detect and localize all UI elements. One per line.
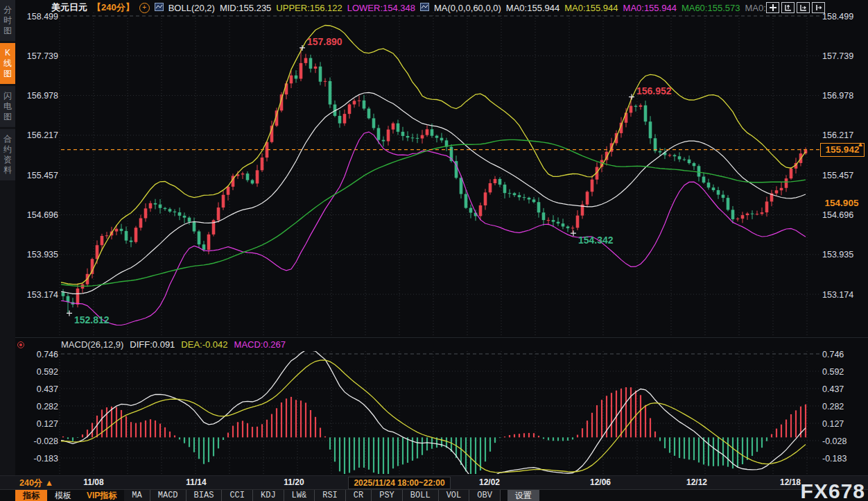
svg-text:156.217: 156.217	[822, 130, 853, 140]
macd-diff-value: DIFF:0.091	[130, 339, 175, 350]
svg-text:-0.028: -0.028	[34, 436, 58, 446]
svg-text:0.127: 0.127	[822, 419, 844, 429]
hovered-candle-time: 2025/11/24 18:00~22:00 一	[348, 477, 451, 489]
date-label: 11/14	[186, 477, 206, 487]
ma-chart-icon[interactable]	[420, 3, 429, 13]
period-label[interactable]: 【240分】	[92, 1, 134, 14]
svg-text:0.592: 0.592	[822, 367, 844, 377]
macd-header: MACD(26,12,9) DIFF:0.091 DEA:-0.042 MACD…	[61, 339, 292, 350]
svg-text:153.935: 153.935	[822, 250, 853, 260]
ma-value: MA0:155.944	[564, 3, 618, 13]
add-indicator-icon[interactable]: +	[139, 3, 150, 13]
candlestick-chart[interactable]: 158.499158.499157.739157.739156.978156.9…	[0, 0, 868, 475]
ma-name: MA(0,0,0,60,0,0)	[434, 3, 501, 13]
ma-value: MA0:155.944	[623, 3, 677, 13]
svg-text:0.746: 0.746	[37, 350, 58, 359]
sidebar-item-合约资料[interactable]: 合约资料	[0, 129, 15, 180]
svg-text:154.342: 154.342	[578, 235, 614, 246]
period-selector[interactable]: 240分 ▲	[19, 477, 53, 489]
indicator-settings-icon[interactable]	[17, 341, 24, 348]
svg-text:157.890: 157.890	[307, 36, 342, 47]
svg-text:153.174: 153.174	[27, 290, 58, 300]
date-label: 12/12	[686, 477, 707, 487]
ma-values: MA0:155.944MA0:155.944MA0:155.944MA60:15…	[506, 3, 771, 13]
sidebar-item-闪电图[interactable]: 闪电图	[0, 86, 15, 127]
toolbar-item-BIAS[interactable]: BIAS	[186, 490, 223, 501]
toolbar-item-BOLL[interactable]: BOLL	[403, 490, 439, 501]
svg-text:0.127: 0.127	[37, 419, 58, 429]
svg-text:0.592: 0.592	[37, 367, 58, 377]
chart-header: 美元日元 【240分】 + BOLL(20,2) MID:155.235 UPP…	[51, 1, 776, 14]
axis-right-icon[interactable]	[797, 2, 810, 13]
svg-text:158.499: 158.499	[822, 12, 853, 22]
toolbar-item-设置[interactable]: 设置	[507, 490, 539, 501]
sidebar-item-分时图[interactable]: 分时图	[0, 0, 15, 41]
svg-text:-0.183: -0.183	[34, 454, 58, 464]
svg-text:154.696: 154.696	[27, 210, 58, 220]
svg-text:155.457: 155.457	[822, 171, 853, 180]
toolbar-item-PSY[interactable]: PSY	[372, 490, 403, 501]
toolbar-item-RSI[interactable]: RSI	[315, 490, 346, 501]
boll-chart-icon[interactable]	[155, 3, 164, 13]
svg-text:156.978: 156.978	[822, 91, 853, 101]
toolbar-item-VOL[interactable]: VOL	[439, 490, 470, 501]
ma-value: MA60:155.573	[682, 3, 740, 13]
toolbar-item-CCI[interactable]: CCI	[222, 490, 253, 501]
svg-text:0.282: 0.282	[37, 402, 58, 411]
date-label: 12/06	[590, 477, 611, 487]
svg-text:0.437: 0.437	[822, 384, 844, 394]
svg-text:157.739: 157.739	[27, 51, 58, 61]
date-label: 11/20	[284, 477, 304, 487]
ma-value: MA0:155.944	[506, 3, 559, 13]
date-label: 12/02	[479, 477, 500, 487]
macd-macd-value: MACD:0.267	[234, 339, 286, 350]
svg-text:157.739: 157.739	[822, 51, 853, 61]
macd-title: MACD(26,12,9)	[61, 339, 123, 350]
svg-text:153.174: 153.174	[822, 290, 853, 300]
axis-up-icon[interactable]	[781, 2, 795, 13]
toolbar-item-LW&[interactable]: LW&	[284, 490, 315, 501]
svg-text:156.952: 156.952	[636, 85, 672, 96]
boll-name: BOLL(20,2)	[168, 3, 215, 13]
svg-text:156.217: 156.217	[27, 130, 58, 140]
toolbar-item-CR[interactable]: CR	[346, 490, 372, 501]
boll-lower-value: LOWER:154.348	[347, 3, 415, 13]
toolbar-item-MACD[interactable]: MACD	[150, 490, 186, 501]
svg-text:152.812: 152.812	[74, 314, 110, 325]
ma-value: MA0:	[745, 3, 765, 13]
svg-text:-0.028: -0.028	[822, 436, 847, 446]
shift-right-icon[interactable]	[812, 2, 825, 13]
svg-text:0.437: 0.437	[37, 384, 58, 394]
chart-tool-icons	[766, 2, 825, 13]
time-axis-bar: 240分 ▲ 2025/11/24 18:00~22:00 一 11/0811/…	[0, 475, 868, 490]
macd-dea-value: DEA:-0.042	[181, 339, 227, 350]
date-label: 12/18	[780, 477, 801, 487]
price-arrow-icon: ▲	[857, 140, 864, 148]
date-label: 11/08	[83, 477, 103, 487]
chart-type-sidebar: 分时图K线图闪电图合约资料	[0, 0, 15, 475]
boll-mid-value: MID:155.235	[220, 3, 271, 13]
sidebar-item-K线图[interactable]: K线图	[0, 43, 15, 84]
svg-text:0.282: 0.282	[822, 402, 844, 411]
toolbar-item-指标[interactable]: 指标	[15, 490, 47, 501]
svg-text:153.935: 153.935	[27, 250, 58, 260]
toolbar-item-MA[interactable]: MA	[124, 490, 150, 501]
toolbar-item-KDJ[interactable]: KDJ	[253, 490, 284, 501]
toolbar-item-模板[interactable]: 模板	[47, 490, 79, 501]
symbol-name: 美元日元	[51, 1, 87, 14]
svg-text:156.978: 156.978	[27, 91, 58, 101]
indicator-toolbar: 指标模板VIP指标MAMACDBIASCCIKDJLW&RSICRPSYBOLL…	[0, 489, 868, 501]
watermark: FX678	[801, 479, 865, 501]
svg-text:-0.183: -0.183	[822, 454, 847, 464]
secondary-price-badge: 154.905	[820, 197, 863, 210]
boll-upper-value: UPPER:156.122	[276, 3, 342, 13]
svg-text:0.746: 0.746	[822, 350, 844, 359]
svg-text:155.457: 155.457	[27, 171, 58, 180]
toolbar-item-VIP指标[interactable]: VIP指标	[79, 490, 124, 501]
trading-app-window: 158.499158.499157.739157.739156.978156.9…	[0, 0, 868, 501]
move-icon[interactable]	[766, 2, 779, 13]
svg-text:154.696: 154.696	[822, 210, 853, 220]
toolbar-item-OBV[interactable]: OBV	[469, 490, 501, 501]
